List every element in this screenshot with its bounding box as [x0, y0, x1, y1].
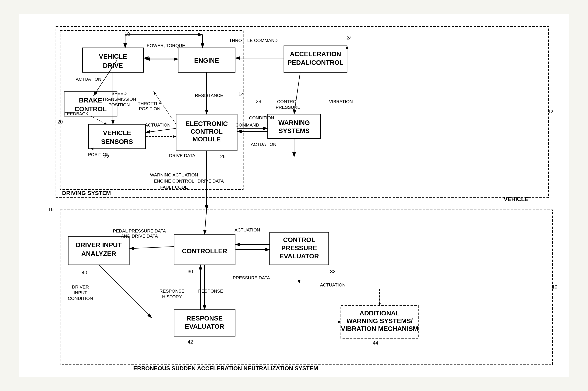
- number-20: 20: [57, 119, 63, 124]
- brake-text-1: BRAKE: [79, 97, 102, 104]
- ecm-to-sensors-arrow: [145, 128, 176, 132]
- cpe-text-1: CONTROL: [283, 236, 315, 243]
- diagram-container: VEHICLE 12 DRIVING SYSTEM 16 ERRONEOUS S…: [19, 14, 569, 377]
- position-label: POSITION: [88, 152, 109, 157]
- cpe-text-3: EVALUATOR: [279, 252, 319, 260]
- speed-trans-label-2: TRANSMISSION: [102, 96, 136, 101]
- ecm-text-3: MODULE: [192, 135, 221, 143]
- vehicle-label: VEHICLE: [504, 196, 528, 202]
- add-warn-text-2: WARNING SYSTEMS/: [346, 317, 413, 325]
- number-30: 30: [188, 269, 193, 274]
- fault-code-label: FAULT CODE: [160, 184, 188, 190]
- pedal-pressure-label: PEDAL PRESSURE DATA: [113, 228, 166, 233]
- ecm-text-1: ELECTRONIC: [186, 120, 228, 127]
- warning-text-2: SYSTEMS: [278, 127, 310, 134]
- speed-trans-label-3: POSITION: [108, 102, 130, 107]
- dia-to-re-arrow: [99, 265, 152, 318]
- drive-data-label-2: DRIVE DATA: [197, 178, 224, 183]
- driver-cond-label-2: INPUT: [74, 290, 87, 295]
- actuation-4-label: ACTUATION: [320, 282, 345, 287]
- drive-data-label-1: DRIVE DATA: [169, 153, 195, 158]
- vehicle-drive-text-2: DRIVE: [103, 62, 123, 69]
- pressure-data-label: PRESSURE DATA: [233, 275, 270, 280]
- accel-text-1: ACCELERATION: [290, 50, 341, 58]
- feedback-label: FEEDBACK: [64, 111, 88, 116]
- number-16: 16: [48, 207, 54, 212]
- actuation-warn-label: ACTUATION: [251, 142, 276, 147]
- number-14: 14: [238, 92, 244, 97]
- command-label: COMMAND: [235, 122, 259, 127]
- driver-cond-label-3: CONDITION: [68, 296, 93, 301]
- sensors-text-2: SENSORS: [101, 138, 133, 145]
- driving-system-label: DRIVING SYSTEM: [62, 190, 111, 196]
- number-26: 26: [220, 154, 225, 159]
- throttle-cmd-label: THROTTLE COMMAND: [229, 38, 277, 43]
- controller-text: CONTROLLER: [182, 247, 227, 255]
- ecm-text-2: CONTROL: [190, 128, 222, 135]
- number-40: 40: [82, 270, 87, 275]
- number-28: 28: [256, 98, 261, 104]
- response-text-1: RESPONSE: [187, 315, 223, 322]
- esas-label: ERRONEOUS SUDDEN ACCELERATION NEUTRALIZA…: [133, 365, 318, 372]
- add-warn-text-1: ADDITIONAL: [359, 309, 399, 317]
- resistance-label: RESISTANCE: [195, 93, 223, 98]
- speed-trans-label: SPEED: [111, 91, 127, 96]
- actuation-cpe-label: ACTUATION: [234, 227, 260, 232]
- add-warn-text-3: VIBRATION MECHANISM: [341, 325, 418, 332]
- warning-text-1: WARNING: [278, 119, 310, 126]
- ecm-ctrl-down-arrow: [204, 210, 206, 234]
- ctrl-to-dia-arrow: [130, 247, 174, 249]
- vibration-label: VIBRATION: [329, 99, 353, 104]
- number-42: 42: [188, 339, 193, 345]
- warn-act-label: WARNING ACTUATION: [150, 172, 198, 177]
- actuation-label-1: ACTUATION: [76, 76, 101, 82]
- engine-text: ENGINE: [194, 57, 219, 64]
- response-hist-label: RESPONSE: [159, 288, 184, 293]
- number-32: 32: [330, 269, 335, 274]
- response-text-2: EVALUATOR: [185, 323, 224, 330]
- condition-label: CONDITION: [249, 115, 274, 120]
- feedback-arrow: [91, 116, 107, 124]
- response-label: RESPONSE: [198, 288, 223, 293]
- number-44: 44: [373, 340, 378, 346]
- number-12: 12: [548, 109, 553, 114]
- throttle-pos-label: THROTTLE: [137, 101, 161, 106]
- driver-input-text-1: DRIVER INPUT: [76, 241, 122, 249]
- control-pressure-label-2: PRESSURE: [276, 104, 300, 110]
- engine-ctrl-label: ENGINE CONTROL: [154, 178, 194, 183]
- driver-cond-label: DRIVER: [72, 284, 89, 289]
- power-torque-label: POWER, TORQUE: [146, 43, 185, 48]
- throttle-pos-label-2: POSITION: [139, 106, 160, 111]
- driver-input-text-2: ANALYZER: [81, 250, 116, 257]
- vehicle-drive-text-1: VEHICLE: [99, 53, 127, 60]
- sensors-text-1: VEHICLE: [103, 129, 131, 136]
- number-24: 24: [346, 35, 352, 41]
- accel-text-2: PEDAL/CONTROL: [287, 59, 343, 66]
- cpe-text-2: PRESSURE: [281, 244, 317, 252]
- actuation-ecm-label: ACTUATION: [145, 122, 170, 127]
- response-hist-label-2: HISTORY: [162, 294, 182, 299]
- number-10: 10: [552, 284, 557, 290]
- and-drive-data-label: AND DRIVE DATA: [121, 233, 158, 238]
